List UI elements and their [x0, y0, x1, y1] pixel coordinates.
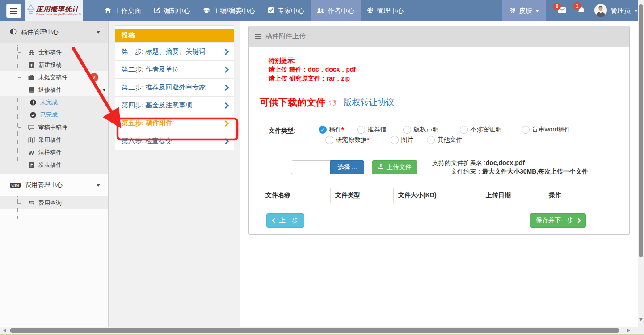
radio-icon [391, 136, 399, 144]
brand-subtitle: Chinese Journal of Applied Probability a… [36, 13, 81, 16]
sidebar-item-finished[interactable]: 已完成 [0, 109, 108, 121]
panel-body: 特别提示: 请上传 稿件：doc，docx，pdf 请上传 研究原文件：rar，… [249, 47, 629, 234]
choose-file-button[interactable]: 选择 ... [330, 160, 364, 174]
bell-badge: 1 [573, 2, 581, 10]
chevron-right-icon [576, 218, 581, 223]
edit-icon [154, 7, 160, 15]
user-name: 管理员 [610, 7, 631, 15]
radio-icon [403, 126, 411, 134]
sidebar-item-unfinished[interactable]: 未完成 [0, 96, 108, 109]
step-6[interactable]: 第六步: 检查提交 [115, 132, 234, 150]
nav-item-author-center[interactable]: 作者中心 [311, 0, 361, 21]
chevron-down-icon [97, 184, 100, 187]
skin-menu[interactable]: 皮肤 [502, 0, 546, 21]
horizontal-scrollbar[interactable] [0, 327, 644, 334]
brand-logo: 应用概率统计 Chinese Journal of Applied Probab… [25, 0, 83, 21]
sidebar-item-accepted[interactable]: 采用稿件 [0, 134, 108, 146]
user-menu[interactable]: 管理员 [594, 4, 638, 18]
chevron-right-icon [223, 84, 229, 90]
fee-menu-list: 费用查询 [0, 196, 108, 209]
radio-checked-icon: ✓ [319, 126, 327, 134]
upload-controls: 选择 ... 上传文件 [291, 160, 417, 174]
radio-copyright-statement[interactable]: 版权声明 [403, 126, 438, 134]
panel-title: 稿件附件上传 [265, 32, 306, 41]
col-actions: 操作 [544, 188, 586, 203]
sidebar-item-returned[interactable]: 退修稿件 [0, 84, 108, 96]
submission-steps-panel: 投稿 第一步: 标题、摘要、关键词 第二步: 作者及单位 第三步: 推荐及回避外… [115, 25, 234, 150]
horizontal-scroll-thumb[interactable] [10, 328, 619, 333]
nav-item-admin-center[interactable]: 管理中心 [361, 0, 410, 21]
sidebar-toggle-button[interactable] [6, 4, 21, 18]
file-path-input[interactable] [291, 160, 330, 174]
plus-square-icon [27, 62, 36, 68]
col-upload-date: 上传日期 [481, 188, 544, 203]
step-5-attachments[interactable]: 第五步: 稿件附件 [115, 114, 234, 132]
chevron-down-icon [535, 10, 539, 12]
step-3[interactable]: 第三步: 推荐及回避外审专家 [115, 78, 234, 96]
main-menu: 工作桌面 编辑中心 主编/编委中心 专家中心 作者中心 管理中心 [98, 0, 410, 21]
radio-non-confidential-cert[interactable]: 不涉密证明 [460, 126, 501, 134]
radio-recommendation-letter[interactable]: 推荐信 [357, 126, 386, 134]
notifications-button[interactable]: 1 [578, 6, 585, 16]
radio-icon [522, 126, 530, 134]
chevron-left-icon [272, 218, 277, 223]
chevron-left-icon [103, 88, 105, 92]
step-1[interactable]: 第一步: 标题、摘要、关键词 [115, 42, 234, 60]
sidebar-item-new-submission[interactable]: 新建投稿 [0, 59, 108, 71]
journal-logo-icon [26, 4, 35, 18]
sidebar-item-fee-query[interactable]: 费用查询 [0, 196, 108, 209]
radio-image[interactable]: 图片 [391, 136, 413, 144]
comment-icon [27, 125, 36, 131]
book-icon [27, 87, 36, 93]
file-type-section: 文件类型: ✓ 稿件* 推荐信 版权声明 [269, 126, 571, 144]
vertical-scroll-thumb[interactable] [639, 4, 643, 257]
nav-item-workdesk[interactable]: 工作桌面 [98, 0, 147, 21]
graduation-cap-icon [203, 7, 210, 15]
sidebar-item-all-manuscripts[interactable]: 全部稿件 [0, 46, 108, 59]
divider [260, 119, 624, 119]
home-icon [105, 7, 111, 15]
chevron-right-icon [223, 138, 229, 144]
open-book-icon [27, 137, 36, 143]
upload-file-button[interactable]: 上传文件 [372, 160, 417, 174]
prev-step-button[interactable]: 上一步 [266, 213, 304, 228]
copyright-agreement-link[interactable]: 版权转让协议 [343, 97, 394, 108]
scroll-down-arrow-icon[interactable] [639, 318, 643, 321]
col-file-name: 文件名称 [261, 188, 331, 203]
radio-research-raw-data[interactable]: 研究原数据 * [325, 136, 369, 144]
radio-icon [325, 136, 333, 144]
radio-other-file[interactable]: 其他文件 [427, 136, 462, 144]
sidebar-section-manuscript[interactable]: 稿件管理中心 [0, 21, 108, 43]
manuscript-menu-list: 全部稿件 新建投稿 未提交稿件 2 退修稿件 未完成 已完成 审稿中稿件 [0, 43, 108, 174]
table-header-row: 文件名称 文件类型 文件大小(KB) 上传日期 操作 [261, 188, 586, 203]
upload-icon [378, 163, 384, 171]
nav-item-expert-center[interactable]: 专家中心 [261, 0, 311, 21]
radio-blind-review-word[interactable]: 盲审word稿件 [522, 126, 570, 134]
adjust-circle-icon [10, 28, 17, 36]
radio-manuscript[interactable]: ✓ 稿件* [319, 126, 344, 134]
brand-title: 应用概率统计 [36, 6, 81, 13]
step-4[interactable]: 第四步: 基金及注意事项 [115, 96, 234, 114]
globe-icon [27, 50, 36, 55]
step-2[interactable]: 第二步: 作者及单位 [115, 60, 234, 78]
scroll-right-arrow-icon[interactable] [627, 329, 630, 332]
sidebar-section-fee[interactable]: VISA 费用管理中心 [0, 174, 108, 196]
chevron-right-icon [223, 48, 229, 55]
chevron-down-icon [97, 31, 100, 34]
sidebar-item-proof[interactable]: W 清样稿件 [0, 146, 108, 159]
messages-button[interactable]: 0 [558, 7, 566, 15]
exchange-icon [27, 200, 36, 205]
scroll-left-arrow-icon[interactable] [3, 329, 6, 332]
nav-item-editor-center[interactable]: 编辑中心 [147, 0, 197, 21]
sidebar-item-under-review[interactable]: 审稿中稿件 [0, 121, 108, 134]
nav-item-chief-editor-center[interactable]: 主编/编委中心 [197, 0, 261, 21]
save-next-step-button[interactable]: 保存并下一步 [530, 213, 586, 228]
file-type-label: 文件类型: [269, 126, 319, 144]
sidebar-item-published[interactable]: 发表稿件 [0, 159, 108, 171]
vertical-scrollbar[interactable] [638, 0, 644, 327]
radio-icon [357, 126, 365, 134]
word-icon: W [27, 149, 36, 156]
special-tips: 特别提示: 请上传 稿件：doc，docx，pdf 请上传 研究原文件：rar，… [269, 56, 356, 83]
sidebar-item-unsubmitted[interactable]: 未提交稿件 2 [0, 71, 108, 84]
radio-icon [460, 126, 468, 134]
